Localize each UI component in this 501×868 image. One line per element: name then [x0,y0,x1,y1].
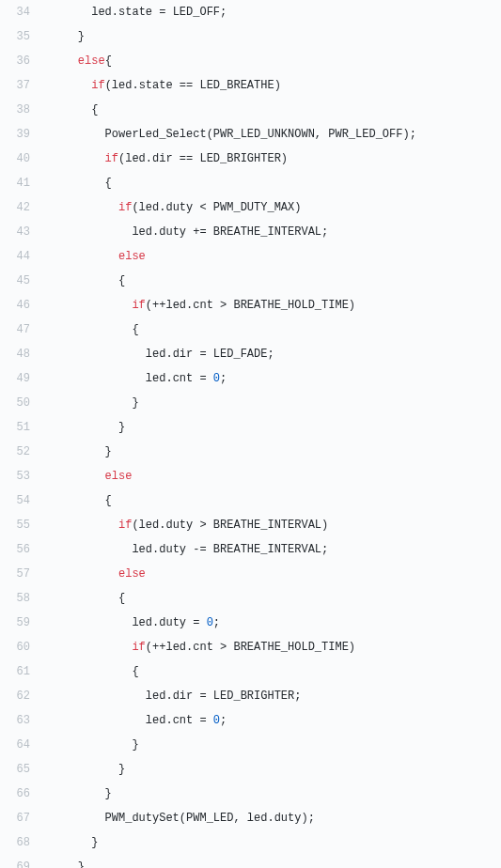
line-number: 60 [0,635,41,659]
code-content: { [41,586,125,611]
token-id: led.duty -= BREATHE_INTERVAL; [132,543,328,556]
code-content: { [41,488,112,513]
code-content: if(led.duty > BREATHE_INTERVAL) [41,513,328,537]
token-id: } [132,396,138,410]
line-number: 46 [0,293,41,318]
code-line: 65 } [0,757,501,782]
code-line: 38 { [0,98,501,122]
code-content: } [41,733,139,757]
line-number: 52 [0,440,41,464]
code-line: 69 } [0,855,501,868]
code-content: if(led.dir == LED_BRIGHTER) [41,147,288,171]
code-line: 59 led.duty = 0; [0,611,501,635]
line-number: 58 [0,586,41,611]
code-line: 63 led.cnt = 0; [0,708,501,733]
code-line: 43 led.duty += BREATHE_INTERVAL; [0,220,501,244]
code-line: 50 } [0,391,501,415]
code-line: 55 if(led.duty > BREATHE_INTERVAL) [0,513,501,537]
code-content: led.dir = LED_FADE; [41,342,274,366]
code-content: PWM_dutySet(PWM_LED, led.duty); [41,806,315,830]
code-content: if(++led.cnt > BREATHE_HOLD_TIME) [41,635,355,659]
code-content: } [41,391,139,415]
token-id: } [78,30,85,43]
code-content: PowerLed_Select(PWR_LED_UNKNOWN, PWR_LED… [41,122,416,147]
code-line: 48 led.dir = LED_FADE; [0,342,501,366]
line-number: 42 [0,195,41,220]
line-number: 44 [0,244,41,269]
code-line: 40 if(led.dir == LED_BRIGHTER) [0,147,501,171]
code-content: } [41,855,85,868]
code-line: 36 else{ [0,49,501,73]
line-number: 38 [0,98,41,122]
line-number: 43 [0,220,41,244]
token-id: led.duty += BREATHE_INTERVAL; [132,225,328,239]
token-id: led.state = LED_OFF; [91,6,227,19]
token-id: led.duty = [132,616,206,629]
line-number: 69 [0,855,41,868]
line-number: 37 [0,73,41,98]
code-line: 41 { [0,171,501,195]
code-content: else{ [41,49,112,73]
code-content: { [41,659,139,684]
code-line: 61 { [0,659,501,684]
token-kw: if [132,299,145,312]
code-content: led.cnt = 0; [41,366,227,391]
token-id: { [132,665,138,678]
line-number: 40 [0,147,41,171]
token-id: ; [213,616,220,629]
token-id: led.cnt = [146,714,213,727]
token-id: } [91,836,98,849]
line-number: 50 [0,391,41,415]
token-num: 0 [207,616,213,629]
code-content: { [41,269,125,293]
code-line: 62 led.dir = LED_BRIGHTER; [0,684,501,708]
token-kw: if [91,79,104,92]
code-content: } [41,757,125,782]
line-number: 68 [0,830,41,855]
code-content: led.duty += BREATHE_INTERVAL; [41,220,328,244]
token-id: { [118,274,125,287]
code-line: 68 } [0,830,501,855]
code-content: } [41,24,85,49]
token-id: (led.dir == LED_BRIGHTER) [118,152,288,165]
token-id: } [105,445,112,458]
token-id: { [105,177,112,190]
token-kw: else [118,250,146,263]
line-number: 65 [0,757,41,782]
token-num: 0 [213,714,220,727]
code-line: 45 { [0,269,501,293]
code-content: } [41,440,112,464]
code-content: led.duty -= BREATHE_INTERVAL; [41,537,328,562]
token-id: { [132,323,138,336]
code-block: 34 led.state = LED_OFF;35 }36 else{37 if… [0,0,501,868]
code-content: } [41,415,125,440]
line-number: 54 [0,488,41,513]
code-line: 67 PWM_dutySet(PWM_LED, led.duty); [0,806,501,830]
line-number: 47 [0,318,41,342]
token-id: (led.duty < PWM_DUTY_MAX) [132,201,301,214]
token-id: PowerLed_Select(PWR_LED_UNKNOWN, PWR_LED… [105,128,416,141]
code-content: if(led.duty < PWM_DUTY_MAX) [41,195,301,220]
code-content: led.cnt = 0; [41,708,227,733]
code-line: 53 else [0,464,501,488]
line-number: 61 [0,659,41,684]
token-id: { [105,494,112,507]
code-content: else [41,464,132,488]
token-id: (led.state == LED_BREATHE) [105,79,281,92]
token-id: led.dir = LED_BRIGHTER; [146,690,302,703]
code-content: else [41,244,146,269]
token-kw: if [132,641,145,654]
token-id: led.cnt = [146,372,213,385]
token-id: { [105,54,112,68]
line-number: 64 [0,733,41,757]
line-number: 35 [0,24,41,49]
line-number: 36 [0,49,41,73]
code-content: } [41,782,112,806]
token-id: ; [220,372,227,385]
token-kw: if [118,519,132,532]
code-line: 57 else [0,562,501,586]
code-line: 51 } [0,415,501,440]
token-kw: else [118,567,146,581]
line-number: 53 [0,464,41,488]
code-content: { [41,318,139,342]
